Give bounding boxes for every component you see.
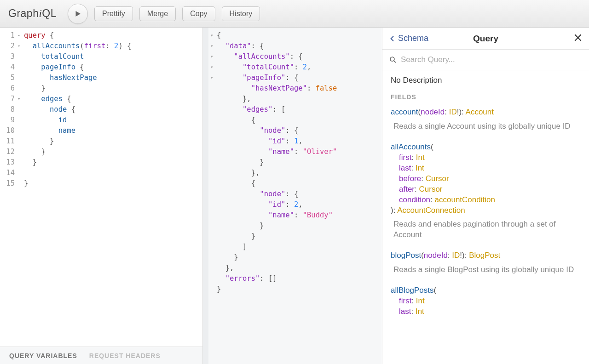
search-icon	[389, 56, 397, 64]
docs-close-button[interactable]	[573, 33, 583, 44]
field-desc: Reads a single BlogPost using its global…	[393, 265, 581, 275]
execute-button[interactable]	[68, 4, 88, 24]
tab-query-variables[interactable]: QUERY VARIABLES	[9, 352, 77, 359]
docs-body[interactable]: No Description FIELDS account(nodeId: ID…	[382, 70, 589, 364]
field-allBlogPosts[interactable]: allBlogPosts( first: Int last: Int	[391, 285, 581, 317]
main: 1▾ 2▾ 3 4 5 6 7▾ 8 9 10 11 12 13 14 15 q…	[0, 28, 589, 364]
field-desc: Reads and enables pagination through a s…	[393, 219, 581, 240]
docs-description: No Description	[391, 76, 581, 85]
line-gutter: 1▾ 2▾ 3 4 5 6 7▾ 8 9 10 11 12 13 14 15	[0, 28, 22, 347]
query-editor[interactable]: 1▾ 2▾ 3 4 5 6 7▾ 8 9 10 11 12 13 14 15 q…	[0, 28, 202, 347]
docs-back-label: Schema	[398, 34, 428, 43]
play-icon	[74, 10, 82, 18]
docs-search-input[interactable]	[401, 52, 583, 67]
close-icon	[573, 33, 583, 42]
svg-point-0	[390, 57, 394, 61]
app-logo: GraphiQL	[8, 7, 57, 20]
query-editor-pane: 1▾ 2▾ 3 4 5 6 7▾ 8 9 10 11 12 13 14 15 q…	[0, 28, 203, 364]
copy-button[interactable]: Copy	[182, 6, 215, 21]
toolbar: GraphiQL Prettify Merge Copy History	[0, 0, 589, 28]
docs-pane: Schema Query No Description FIELDS accou…	[382, 28, 589, 364]
field-blogPost[interactable]: blogPost(nodeId: ID!): BlogPost Reads a …	[391, 250, 581, 275]
query-code[interactable]: query { allAccounts(first: 2) { totalCou…	[22, 28, 202, 347]
tab-request-headers[interactable]: REQUEST HEADERS	[89, 352, 161, 359]
docs-fields-label: FIELDS	[391, 93, 581, 101]
result-pane: ▾ ▾ ▾ ▾ ▾ { "data": { "allAccounts": { "…	[203, 28, 382, 364]
result-gutter: ▾ ▾ ▾ ▾ ▾	[208, 28, 215, 364]
docs-back-button[interactable]: Schema	[389, 34, 428, 43]
editor-bottom-tabs: QUERY VARIABLES REQUEST HEADERS	[0, 347, 202, 364]
docs-search-row	[382, 50, 589, 70]
docs-header: Schema Query	[382, 28, 589, 50]
merge-button[interactable]: Merge	[139, 6, 176, 21]
prettify-button[interactable]: Prettify	[94, 6, 133, 21]
field-desc: Reads a single Account using its globall…	[393, 121, 581, 132]
result-code[interactable]: { "data": { "allAccounts": { "totalCount…	[215, 28, 339, 364]
docs-title: Query	[473, 34, 498, 44]
field-allAccounts[interactable]: allAccounts( first: Int last: Int before…	[391, 142, 581, 240]
history-button[interactable]: History	[222, 6, 260, 21]
field-account[interactable]: account(nodeId: ID!): Account Reads a si…	[391, 107, 581, 132]
chevron-left-icon	[389, 35, 396, 42]
